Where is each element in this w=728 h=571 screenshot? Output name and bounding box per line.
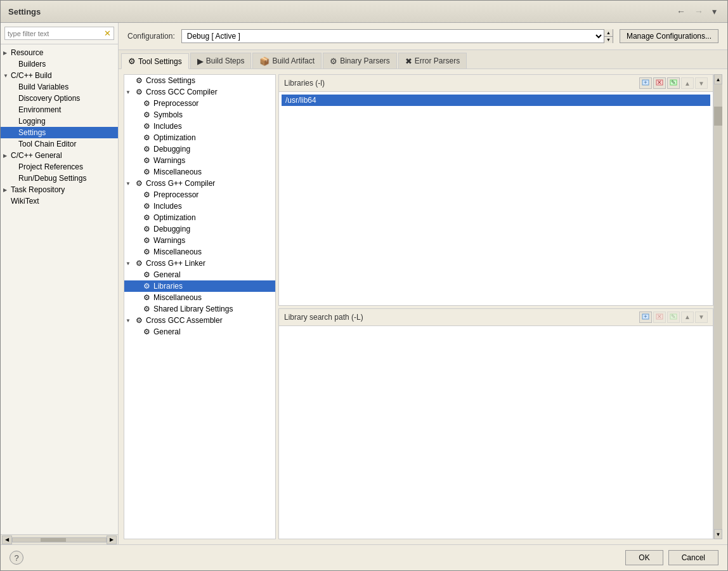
- sidebar-item-cpp-build-label: C/C++ Build: [11, 71, 52, 80]
- library-item-usr-lib64[interactable]: /usr/lib64: [282, 95, 710, 106]
- config-down-btn[interactable]: ▼: [604, 37, 613, 44]
- lsp-delete-btn[interactable]: ✕: [653, 312, 666, 323]
- content-tree-item-gpp-debugging[interactable]: ⚙Debugging: [124, 223, 275, 235]
- lsp-down-btn[interactable]: ▼: [695, 312, 708, 323]
- tab-tool-settings[interactable]: ⚙Tool Settings: [121, 53, 189, 69]
- filter-input[interactable]: [8, 30, 101, 37]
- content-tree-cross-gpp-linker-arrow: ▼: [126, 261, 133, 266]
- help-button[interactable]: ?: [10, 551, 23, 565]
- sidebar-item-cpp-build[interactable]: C/C++ Build: [1, 70, 118, 81]
- scrollbar-track: [714, 84, 722, 529]
- filter-clear-icon[interactable]: ✕: [104, 29, 111, 38]
- scroll-left-btn[interactable]: ◀: [2, 535, 12, 544]
- content-tree-gpp-warnings-icon: ⚙: [141, 236, 152, 245]
- config-up-btn[interactable]: ▲: [604, 29, 613, 37]
- content-tree-item-cross-gcc-assembler[interactable]: ▼⚙Cross GCC Assembler: [124, 315, 275, 326]
- content-tree-item-gpp-includes[interactable]: ⚙Includes: [124, 200, 275, 212]
- content-tree-item-gcc-includes[interactable]: ⚙Includes: [124, 121, 275, 132]
- content-tree-item-gcc-warnings[interactable]: ⚙Warnings: [124, 155, 275, 166]
- tab-build-artifact[interactable]: 📦Build Artifact: [252, 53, 322, 69]
- sidebar-item-settings[interactable]: Settings: [1, 127, 118, 138]
- sidebar-item-builders[interactable]: Builders: [1, 58, 118, 70]
- sidebar-item-logging[interactable]: Logging: [1, 115, 118, 127]
- content-tree-item-linker-libraries[interactable]: ⚙Libraries: [124, 280, 275, 292]
- sidebar-item-logging-label: Logging: [18, 117, 46, 126]
- tab-tool-settings-icon: ⚙: [128, 56, 136, 66]
- content-tree-gcc-optimization-icon: ⚙: [141, 133, 152, 142]
- footer-left: ?: [10, 551, 23, 565]
- library-search-panel-header: Library search path (-L) + ✕ ✎: [279, 309, 713, 326]
- sidebar-item-build-vars-label: Build Variables: [18, 82, 68, 91]
- config-label: Configuration:: [127, 32, 175, 41]
- nav-fwd-button[interactable]: →: [691, 4, 706, 18]
- content-tree-item-linker-miscellaneous[interactable]: ⚙Miscellaneous: [124, 292, 275, 303]
- tab-build-steps[interactable]: ▶Build Steps: [190, 53, 252, 69]
- sidebar-item-wikitext[interactable]: WikiText: [1, 195, 118, 207]
- tab-build-steps-label: Build Steps: [206, 56, 245, 65]
- content-tree-item-gpp-optimization[interactable]: ⚙Optimization: [124, 212, 275, 223]
- svg-text:+: +: [644, 79, 647, 86]
- lib-delete-btn[interactable]: ✕: [653, 77, 666, 89]
- content-tree-item-linker-general[interactable]: ⚙General: [124, 269, 275, 280]
- ok-button[interactable]: OK: [625, 550, 663, 565]
- sidebar-item-build-vars[interactable]: Build Variables: [1, 81, 118, 93]
- content-tree-gpp-optimization-icon: ⚙: [141, 213, 152, 222]
- footer-right: OK Cancel: [625, 550, 718, 565]
- sidebar-item-discovery-options[interactable]: Discovery Options: [1, 93, 118, 104]
- lib-add-btn[interactable]: +: [639, 77, 652, 89]
- filter-input-wrapper: ✕: [4, 27, 114, 40]
- content-tree-gpp-includes-label: Includes: [153, 202, 182, 211]
- content-tree-cross-gcc-assembler-icon: ⚙: [133, 316, 145, 325]
- lib-up-btn[interactable]: ▲: [681, 77, 694, 89]
- sidebar-item-tool-chain-editor-label: Tool Chain Editor: [18, 140, 76, 148]
- content-tree-item-cross-gpp-compiler[interactable]: ▼⚙Cross G++ Compiler: [124, 178, 275, 189]
- lib-edit-btn[interactable]: ✎: [667, 77, 680, 89]
- cancel-button[interactable]: Cancel: [668, 550, 718, 565]
- tab-binary-parsers[interactable]: ⚙Binary Parsers: [323, 53, 397, 69]
- sidebar-item-run-debug[interactable]: Run/Debug Settings: [1, 173, 118, 184]
- nav-back-button[interactable]: ←: [673, 4, 689, 18]
- tab-binary-parsers-icon: ⚙: [330, 56, 337, 66]
- nav-dropdown-button[interactable]: ▾: [709, 4, 720, 18]
- content-tree-item-gcc-miscellaneous[interactable]: ⚙Miscellaneous: [124, 166, 275, 178]
- manage-configurations-button[interactable]: Manage Configurations...: [620, 29, 718, 43]
- content-tree-item-asm-general[interactable]: ⚙General: [124, 326, 275, 338]
- lsp-up-btn[interactable]: ▲: [681, 312, 694, 323]
- content-tree-gcc-includes-icon: ⚙: [141, 122, 152, 131]
- sidebar-item-cpp-general[interactable]: C/C++ General: [1, 150, 118, 161]
- content-tree-item-gpp-preprocessor[interactable]: ⚙Preprocessor: [124, 189, 275, 200]
- content-tree-item-gpp-warnings[interactable]: ⚙Warnings: [124, 235, 275, 246]
- lsp-edit-btn[interactable]: ✎: [667, 312, 680, 323]
- content-tree-item-gcc-optimization[interactable]: ⚙Optimization: [124, 132, 275, 143]
- tab-error-parsers[interactable]: ✖Error Parsers: [398, 53, 467, 69]
- sidebar-item-tool-chain-editor[interactable]: Tool Chain Editor: [1, 138, 118, 150]
- content-tree-item-cross-settings[interactable]: ⚙Cross Settings: [124, 75, 275, 86]
- content-tree-gcc-warnings-icon: ⚙: [141, 156, 152, 165]
- content-tree-cross-gpp-compiler-label: Cross G++ Compiler: [146, 179, 215, 188]
- sidebar-item-environment[interactable]: Environment: [1, 104, 118, 115]
- content-tree-gcc-miscellaneous-label: Miscellaneous: [153, 167, 202, 176]
- sidebar-item-run-debug-label: Run/Debug Settings: [18, 174, 86, 183]
- sidebar-item-task-repository[interactable]: Task Repository: [1, 184, 118, 195]
- scroll-right-btn[interactable]: ▶: [107, 535, 117, 544]
- tab-error-parsers-label: Error Parsers: [415, 56, 460, 65]
- sidebar-tree: ResourceBuildersC/C++ BuildBuild Variabl…: [1, 44, 118, 534]
- content-tree-item-gcc-debugging[interactable]: ⚙Debugging: [124, 143, 275, 155]
- content-tree-item-cross-gpp-linker[interactable]: ▼⚙Cross G++ Linker: [124, 258, 275, 269]
- content-tree-item-linker-shared-lib[interactable]: ⚙Shared Library Settings: [124, 303, 275, 315]
- sidebar-item-resource[interactable]: Resource: [1, 47, 118, 58]
- content-tree-item-cross-gcc-compiler[interactable]: ▼⚙Cross GCC Compiler: [124, 86, 275, 98]
- config-dropdown[interactable]: Debug [ Active ]: [182, 30, 604, 43]
- scrollbar-down-btn[interactable]: ▼: [714, 529, 722, 539]
- sidebar-item-project-references-label: Project References: [18, 162, 83, 171]
- svg-text:+: +: [644, 313, 647, 320]
- content-tree-item-gcc-symbols[interactable]: ⚙Symbols: [124, 109, 275, 121]
- lsp-add-btn[interactable]: +: [639, 312, 652, 323]
- content-tree-item-gpp-miscellaneous[interactable]: ⚙Miscellaneous: [124, 246, 275, 258]
- content-tree-item-gcc-preprocessor[interactable]: ⚙Preprocessor: [124, 98, 275, 109]
- content-tree-gpp-miscellaneous-label: Miscellaneous: [153, 247, 202, 256]
- scrollbar-up-btn[interactable]: ▲: [714, 74, 722, 84]
- lib-down-btn[interactable]: ▼: [695, 77, 708, 89]
- sidebar-item-project-references[interactable]: Project References: [1, 161, 118, 173]
- config-select-arrows: ▲ ▼: [604, 29, 613, 43]
